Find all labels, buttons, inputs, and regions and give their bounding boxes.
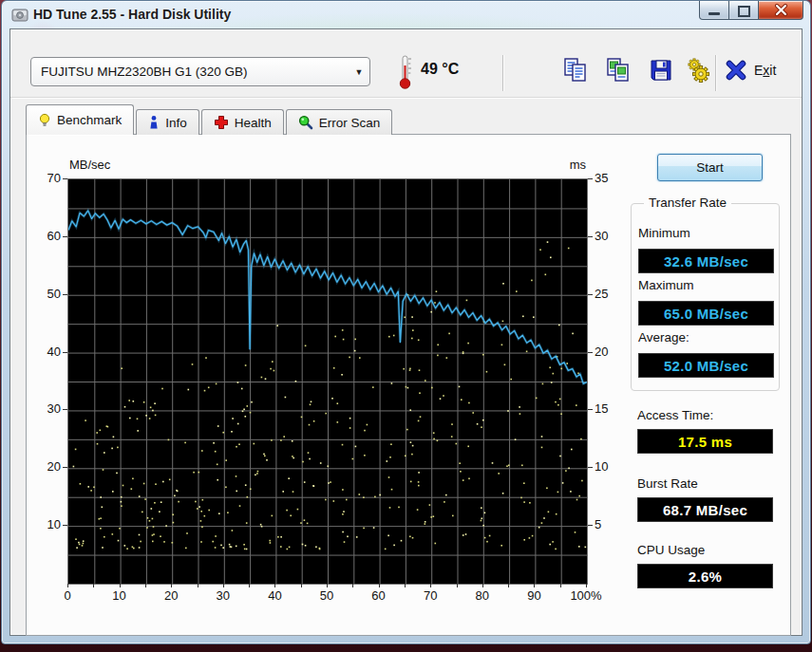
axis-tick (430, 584, 431, 587)
start-button[interactable]: Start (657, 154, 763, 181)
left-axis-tick-label: 40 (28, 345, 61, 360)
tab-benchmark[interactable]: Benchmark (26, 104, 134, 135)
axis-tick (405, 584, 406, 587)
right-axis-tick-label: 30 (595, 229, 623, 244)
axis-tick (274, 584, 275, 587)
client-area: FUJITSU MHZ2320BH G1 (320 GB) ▼ 49 °C (9, 28, 803, 636)
benchmark-chart (68, 179, 587, 584)
lightbulb-icon (38, 113, 51, 128)
axis-tick (534, 584, 535, 587)
tab-error-scan[interactable]: Error Scan (286, 109, 393, 135)
x-axis-tick-label: 40 (255, 588, 293, 604)
axis-tick (482, 584, 483, 587)
axis-tick (63, 294, 67, 295)
axis-tick (63, 525, 67, 526)
left-axis-tick-label: 60 (28, 229, 61, 244)
axis-tick (586, 584, 587, 587)
hd-tune-app-icon (10, 6, 29, 25)
x-axis-tick-label: 100% (567, 588, 605, 604)
axis-tick (93, 584, 94, 587)
axis-tick (120, 584, 121, 587)
axis-tick (301, 584, 302, 587)
chevron-down-icon: ▼ (349, 67, 369, 77)
axis-tick (198, 584, 198, 587)
options-button[interactable] (680, 54, 716, 86)
copy-image-button[interactable] (600, 54, 636, 86)
axis-tick (588, 236, 593, 237)
close-button[interactable] (759, 1, 803, 20)
toolbar-separator (502, 55, 503, 91)
left-axis-tick-label: 50 (28, 287, 61, 302)
x-axis-tick-label: 0 (48, 588, 86, 604)
save-button[interactable] (643, 54, 679, 86)
axis-tick (588, 467, 593, 468)
benchmark-page: MB/sec ms 706050403020103530252015105010… (26, 134, 791, 636)
minimize-button[interactable] (699, 1, 729, 20)
exit-label: Exit (754, 63, 776, 78)
left-axis-tick-label: 10 (28, 517, 61, 532)
left-axis-tick-label: 20 (28, 459, 61, 475)
exit-button[interactable]: Exit (725, 56, 776, 84)
exit-x-icon (725, 60, 747, 81)
axis-tick (560, 584, 561, 587)
maximum-label: Maximum (638, 278, 694, 292)
tab-label: Error Scan (319, 116, 381, 130)
close-icon (774, 4, 788, 16)
tab-health[interactable]: Health (201, 109, 284, 135)
right-axis-unit-label: ms (557, 158, 586, 172)
temperature-value: 49 °C (421, 61, 459, 78)
copy-icon (561, 56, 590, 84)
right-axis-tick-label: 20 (595, 345, 623, 360)
axis-tick (63, 352, 67, 353)
burst-rate-value: 68.7 MB/sec (637, 497, 773, 522)
burst-rate-label: Burst Rate (637, 476, 698, 491)
app-window: HD Tune 2.55 - Hard Disk Utility FUJITSU… (1, 0, 811, 644)
right-axis-tick-label: 15 (595, 401, 623, 417)
axis-tick (352, 584, 353, 587)
axis-tick (379, 584, 380, 587)
axis-tick (63, 409, 67, 410)
tab-info[interactable]: Info (136, 109, 199, 135)
toolbar-separator (715, 55, 716, 91)
tab-strip: Benchmark Info Health (26, 105, 394, 135)
maximize-icon (738, 6, 750, 17)
save-icon (647, 56, 675, 84)
axis-tick (145, 584, 146, 587)
copy-text-button[interactable] (557, 54, 594, 86)
transfer-rate-title: Transfer Rate (644, 196, 731, 210)
drive-select-dropdown[interactable]: FUJITSU MHZ2320BH G1 (320 GB) ▼ (30, 57, 370, 86)
cpu-usage-value: 2.6% (637, 564, 773, 588)
average-label: Average: (638, 330, 689, 345)
drive-select-value: FUJITSU MHZ2320BH G1 (320 GB) (41, 65, 349, 79)
maximize-button[interactable] (729, 1, 759, 20)
axis-tick (588, 409, 593, 410)
x-axis-tick-label: 70 (411, 588, 449, 604)
axis-tick (588, 294, 593, 295)
axis-tick (588, 178, 593, 179)
x-axis-tick-label: 90 (515, 588, 553, 604)
right-axis-tick-label: 35 (595, 171, 623, 186)
x-axis-tick-label: 20 (152, 588, 190, 604)
axis-tick (508, 584, 509, 587)
window-title: HD Tune 2.55 - Hard Disk Utility (33, 7, 231, 22)
left-axis-tick-label: 70 (28, 171, 61, 186)
info-icon (148, 115, 160, 130)
thermometer-icon (397, 54, 414, 90)
x-axis-tick-label: 10 (101, 588, 139, 604)
x-axis-tick-label: 30 (204, 588, 242, 604)
right-axis-tick-label: 25 (595, 287, 623, 302)
health-cross-icon (214, 115, 229, 130)
title-bar: HD Tune 2.55 - Hard Disk Utility (2, 1, 810, 28)
gear-icon (684, 56, 712, 84)
x-axis-tick-label: 50 (308, 588, 346, 604)
axis-tick (63, 178, 67, 179)
right-axis-tick-label: 10 (595, 459, 623, 475)
maximum-value: 65.0 MB/sec (638, 301, 774, 326)
right-axis-tick-label: 5 (595, 517, 623, 532)
axis-tick (327, 584, 328, 587)
left-axis-unit-label: MB/sec (69, 158, 110, 172)
tab-label: Health (235, 116, 272, 130)
axis-tick (249, 584, 250, 587)
axis-tick (63, 236, 67, 237)
transfer-rate-groupbox: Transfer Rate Minimum 32.6 MB/sec Maximu… (631, 203, 780, 391)
